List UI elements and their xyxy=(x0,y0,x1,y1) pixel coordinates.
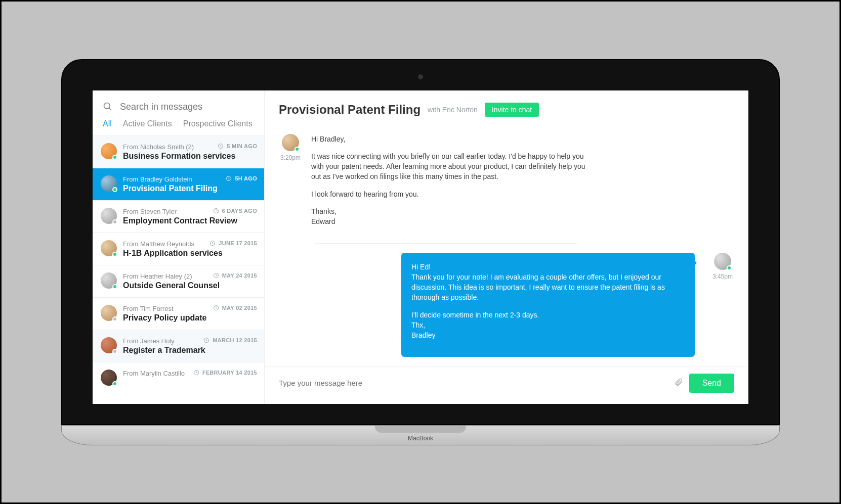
subject-line: Provisional Patent Filing xyxy=(123,184,256,193)
list-item[interactable]: From Nicholas Smith (2) Business Formati… xyxy=(93,135,264,168)
message-divider xyxy=(314,243,577,244)
outgoing-message: Hi Ed!Thank you for your note! I am eval… xyxy=(279,253,734,357)
list-item[interactable]: From James Holy Register a Trademark MAR… xyxy=(93,330,264,362)
conversation-title: Provisional Patent Filing xyxy=(279,103,420,117)
send-button[interactable]: Send xyxy=(689,374,734,393)
avatar xyxy=(101,272,117,289)
avatar xyxy=(101,208,117,224)
time-meta: 5H AGO xyxy=(226,175,257,181)
subject-line: Outside General Counsel xyxy=(123,281,256,290)
laptop-frame: All Active Clients Prospective Clients F… xyxy=(61,59,780,445)
list-item[interactable]: From Heather Haley (2) Outside General C… xyxy=(93,265,264,297)
message-time: 3:45pm xyxy=(711,273,734,280)
message-thread: 3:20pm Hi Bradley, It was nice connectin… xyxy=(265,120,748,366)
conversation-header: Provisional Patent Filing with Eric Nort… xyxy=(265,90,748,120)
time-meta: MAY 02 2015 xyxy=(213,305,257,311)
clock-icon xyxy=(218,143,224,149)
message-composer: Send xyxy=(265,366,748,404)
screen-bezel: All Active Clients Prospective Clients F… xyxy=(61,59,780,425)
filter-tabs: All Active Clients Prospective Clients xyxy=(93,117,264,135)
clock-icon xyxy=(213,305,219,311)
list-item[interactable]: From Marylin Castillo FEBRUARY 14 2015 xyxy=(93,362,264,393)
avatar xyxy=(101,370,117,386)
time-meta: FEBRUARY 14 2015 xyxy=(193,370,257,376)
svg-point-0 xyxy=(104,103,110,109)
message-list-panel: All Active Clients Prospective Clients F… xyxy=(93,90,265,404)
time-meta: MAY 24 2015 xyxy=(213,272,257,279)
list-item[interactable]: From Bradley Goldstein Provisional Paten… xyxy=(93,168,264,200)
clock-icon xyxy=(203,337,209,343)
subject-line: H-1B Application services xyxy=(123,249,256,258)
avatar xyxy=(101,337,117,353)
clock-icon xyxy=(213,272,219,279)
clock-icon xyxy=(213,208,219,214)
invite-to-chat-button[interactable]: Invite to chat xyxy=(485,103,539,117)
subject-line: Employment Contract Review xyxy=(123,216,256,225)
list-item[interactable]: From Steven Tyler Employment Contract Re… xyxy=(93,200,264,233)
message-body: Hi Bradley, It was nice connecting with … xyxy=(311,134,595,234)
avatar xyxy=(101,240,117,256)
attachment-icon[interactable] xyxy=(674,378,683,389)
conversation-panel: Provisional Patent Filing with Eric Nort… xyxy=(265,90,748,404)
search-row xyxy=(93,90,264,117)
avatar xyxy=(101,143,117,159)
subject-line: Privacy Policy update xyxy=(123,313,256,323)
subject-line: Business Formation services xyxy=(123,152,256,161)
clock-icon xyxy=(193,370,199,376)
incoming-message: 3:20pm Hi Bradley, It was nice connectin… xyxy=(279,134,734,234)
time-meta: JUNE 17 2015 xyxy=(209,240,257,246)
conversation-list: From Nicholas Smith (2) Business Formati… xyxy=(93,135,264,404)
laptop-notch xyxy=(375,426,466,433)
clock-icon xyxy=(226,175,232,181)
message-bubble: Hi Ed!Thank you for your note! I am eval… xyxy=(401,253,695,357)
time-meta: MARCH 12 2015 xyxy=(203,337,257,343)
composer-input[interactable] xyxy=(279,379,668,387)
subject-line: Register a Trademark xyxy=(123,346,256,355)
list-item[interactable]: From Matthew Reynolds H-1B Application s… xyxy=(93,233,264,265)
time-meta: 5 MIN AGO xyxy=(218,143,257,149)
avatar xyxy=(282,134,299,151)
app-screen: All Active Clients Prospective Clients F… xyxy=(93,90,748,404)
message-time: 3:20pm xyxy=(279,154,302,161)
tab-active-clients[interactable]: Active Clients xyxy=(123,119,172,128)
avatar xyxy=(101,305,117,321)
camera-dot xyxy=(418,74,423,79)
time-meta: 6 DAYS AGO xyxy=(213,208,257,214)
search-icon xyxy=(103,102,113,112)
laptop-brand: MacBook xyxy=(408,435,433,442)
tab-all[interactable]: All xyxy=(103,119,112,128)
avatar xyxy=(101,175,117,192)
list-item[interactable]: From Tim Forrest Privacy Policy update M… xyxy=(93,297,264,330)
clock-icon xyxy=(209,240,216,246)
laptop-base: MacBook xyxy=(61,425,780,445)
avatar xyxy=(714,253,731,270)
search-input[interactable] xyxy=(120,102,254,112)
conversation-with: with Eric Norton xyxy=(428,106,478,114)
svg-line-1 xyxy=(109,108,111,110)
tab-prospective-clients[interactable]: Prospective Clients xyxy=(183,119,253,128)
